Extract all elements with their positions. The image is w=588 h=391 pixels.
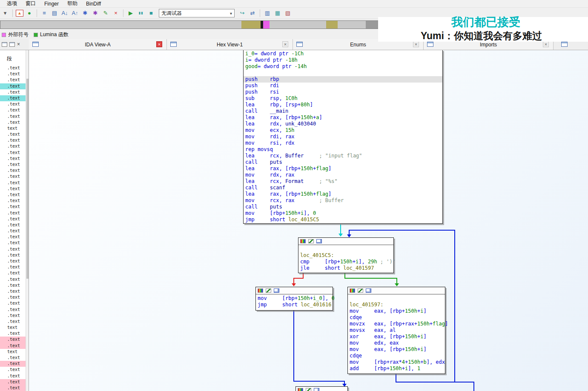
segment-row[interactable]: .text (0, 168, 29, 174)
graph-node-init-i0[interactable]: mov [rbp+150h+i_0], 0jmp short loc_40161… (255, 287, 333, 311)
pause-icon[interactable]: ▮▮ (137, 9, 145, 17)
database-sync-icon[interactable]: ≡ (40, 9, 49, 17)
graph-node-loc-401597[interactable]: loc_401597:mov eax, [rbp+150h+i]cdqemovz… (347, 287, 445, 374)
segment-row[interactable]: .text (0, 222, 29, 228)
window-list-icon[interactable] (561, 42, 568, 47)
node-color-icon[interactable] (350, 288, 355, 293)
node-color-icon[interactable] (300, 239, 306, 243)
menu-bindiff[interactable]: BinDiff (82, 1, 105, 7)
segment-row[interactable]: .text (0, 210, 29, 216)
node-edit-icon[interactable] (358, 288, 363, 293)
segment-row[interactable]: text (0, 349, 29, 355)
graph-view[interactable]: i_0= dword ptr -1Chi= dword ptr -18hgood… (29, 50, 588, 391)
segment-row[interactable]: .text (0, 361, 29, 367)
database-list-icon[interactable]: ▤ (50, 9, 59, 17)
segment-row[interactable]: .text (0, 270, 29, 276)
node-color-icon[interactable] (258, 288, 263, 293)
menu-help[interactable]: 帮助 (63, 0, 82, 7)
edit-function-icon[interactable]: ✎ (101, 9, 110, 17)
panel-close-icon[interactable]: × (17, 42, 20, 47)
segment-row[interactable]: .text (0, 120, 29, 126)
asterisk-blue-icon[interactable]: ✱ (81, 9, 89, 17)
delete-function-icon[interactable]: × (112, 9, 120, 17)
segment-row[interactable]: .text (0, 180, 29, 186)
segment-row[interactable]: .text (0, 95, 29, 101)
stop-icon[interactable]: ■ (147, 9, 155, 17)
segment-row[interactable]: .text (0, 385, 29, 391)
segment-row[interactable]: .text (0, 246, 29, 252)
graph-node-entry[interactable]: i_0= dword ptr -1Chi= dword ptr -18hgood… (243, 50, 443, 224)
segment-row[interactable]: .text (0, 83, 29, 89)
segment-row[interactable]: .text (0, 107, 29, 113)
segment-row[interactable]: .text (0, 101, 29, 107)
run-icon[interactable]: ▶ (126, 9, 135, 17)
segment-row[interactable]: .text (0, 89, 29, 95)
segment-row[interactable]: .text (0, 294, 29, 300)
segment-row[interactable]: .text (0, 162, 29, 168)
segment-row[interactable]: .text (0, 307, 29, 313)
segment-row[interactable]: .text (0, 131, 29, 137)
segment-row[interactable]: .text (0, 114, 29, 120)
segment-row[interactable]: .text (0, 240, 29, 246)
segment-row[interactable]: text (0, 126, 29, 131)
segment-row[interactable]: .text (0, 192, 29, 198)
asterisk-purple-icon[interactable]: ✱ (91, 9, 100, 17)
debugger-select[interactable]: 无调试器▾ (159, 9, 235, 17)
ida-view-window-icon[interactable]: ▥ (263, 9, 272, 17)
segment-row[interactable]: .text (0, 379, 29, 385)
segment-row[interactable]: .text (0, 277, 29, 283)
tab-hex-view-1[interactable]: Hex View-1× (167, 39, 293, 50)
segment-row[interactable]: .text (0, 186, 29, 192)
segment-row[interactable]: .text (0, 65, 29, 71)
menu-options[interactable]: 选项 (3, 0, 21, 7)
segment-row[interactable]: .text (0, 300, 29, 306)
structs-window-icon[interactable]: ▦ (273, 9, 282, 17)
node-edit-icon[interactable] (266, 288, 271, 293)
segment-row[interactable]: .text (0, 156, 29, 162)
breakpoints-icon[interactable]: ▧ (284, 9, 292, 17)
segments-scrollbar[interactable] (26, 50, 29, 391)
segment-row[interactable]: .text (0, 150, 29, 156)
segment-row[interactable]: .text (0, 71, 29, 77)
segment-row[interactable]: .text (0, 355, 29, 361)
segment-row[interactable]: .text (0, 137, 29, 143)
segment-row[interactable]: .text (0, 319, 29, 325)
node-color-icon[interactable] (298, 388, 303, 391)
segment-row[interactable]: .text (0, 283, 29, 288)
node-group-icon[interactable] (366, 288, 371, 293)
graph-node-partial[interactable] (295, 386, 348, 391)
tab-close-icon[interactable]: × (156, 41, 162, 47)
panel-dock-icon[interactable] (9, 42, 15, 47)
segment-row[interactable]: .text (0, 367, 29, 373)
segment-row[interactable]: .text (0, 313, 29, 319)
node-group-icon[interactable] (314, 388, 319, 391)
segment-row[interactable]: .text (0, 234, 29, 240)
segment-row[interactable]: .text (0, 216, 29, 222)
segment-row[interactable]: .text (0, 288, 29, 294)
rename-down-icon[interactable]: A↓ (60, 9, 69, 17)
segment-row[interactable]: .text (0, 204, 29, 210)
segment-row[interactable]: .text (0, 198, 29, 204)
step-into-icon[interactable]: ↪ (238, 9, 247, 17)
segment-row[interactable]: .text (0, 331, 29, 337)
segment-row[interactable]: text (0, 325, 29, 331)
debugger-windows-icon[interactable]: ⇄ (248, 9, 257, 17)
segment-row[interactable]: .text (0, 258, 29, 264)
segment-row[interactable]: .text (0, 343, 29, 349)
node-group-icon[interactable] (316, 239, 322, 243)
tab-close-icon[interactable]: × (413, 41, 419, 47)
navigator-band[interactable] (0, 20, 379, 29)
tab-close-icon[interactable]: × (282, 41, 288, 47)
segment-row[interactable]: .text (0, 77, 29, 83)
graph-node-loc-4015C5[interactable]: loc_4015C5:cmp [rbp+150h+i], 29h ; ')'jl… (298, 237, 394, 273)
segment-row[interactable]: .text (0, 252, 29, 258)
segment-row[interactable]: .text (0, 143, 29, 149)
segment-row[interactable]: .text (0, 264, 29, 270)
panel-float-icon[interactable] (2, 42, 7, 47)
segment-row[interactable]: .text (0, 228, 29, 234)
node-edit-icon[interactable] (308, 239, 314, 243)
rename-up-icon[interactable]: A↑ (71, 9, 79, 17)
segment-row[interactable]: .text (0, 373, 29, 379)
lumina-icon[interactable]: ● (25, 9, 34, 17)
menu-finger[interactable]: Finger (40, 1, 63, 7)
